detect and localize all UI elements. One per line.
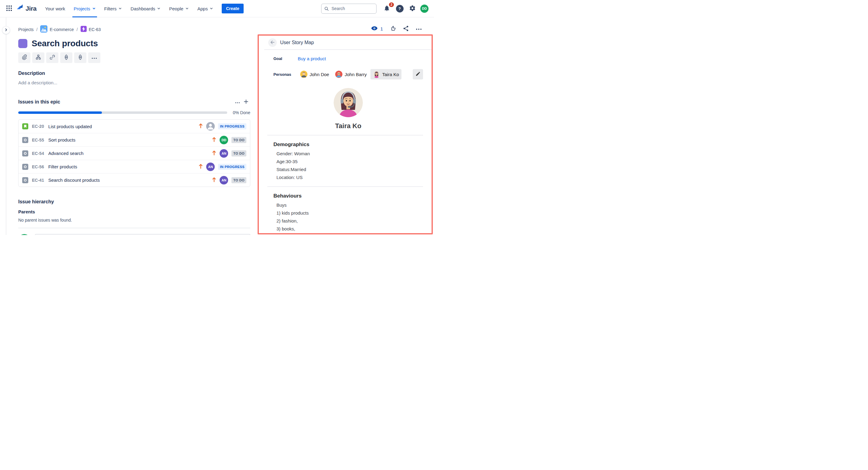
description-heading: Description — [18, 70, 250, 76]
issue-summary[interactable]: List products updated — [49, 124, 92, 129]
priority-highest-icon — [212, 177, 216, 183]
demographics-list: Gender: Woman Age:30-35 Status:Married L… — [273, 150, 423, 181]
breadcrumb-issue[interactable]: EC-63 — [81, 26, 101, 33]
breadcrumb-projects[interactable]: Projects — [18, 27, 34, 32]
breadcrumb: Projects / E-commerce / EC-63 — [18, 25, 250, 33]
nav-projects[interactable]: Projects — [72, 0, 97, 17]
arrow-left-icon — [270, 39, 275, 46]
attach-button[interactable] — [18, 52, 30, 63]
issue-key[interactable]: EC-41 — [32, 178, 44, 183]
panel-divider — [267, 135, 423, 136]
app-switcher-button[interactable] — [4, 4, 14, 13]
issue-toolbar — [18, 52, 250, 63]
progress-bar — [18, 111, 227, 114]
panel-title: User Story Map — [280, 40, 314, 46]
issue-summary[interactable]: Search discount products — [49, 177, 100, 183]
description-placeholder[interactable]: Add a description... — [18, 80, 250, 85]
personas-label: Personas — [273, 72, 298, 77]
issue-key[interactable]: EC-56 — [32, 165, 44, 169]
nav-your-work[interactable]: Your work — [44, 0, 66, 17]
expand-sidebar-button[interactable] — [2, 26, 10, 34]
issue-key[interactable]: EC-20 — [32, 124, 44, 129]
persona-avatar-older-man-icon — [335, 70, 342, 78]
issue-summary[interactable]: Advanced search — [49, 151, 84, 156]
top-navbar: Jira Your work Projects Filters Dashboar… — [0, 0, 434, 17]
notifications-button[interactable]: 2 — [382, 4, 392, 13]
user-avatar[interactable]: DD — [420, 5, 429, 13]
persona-chip-john-barry[interactable]: John Barry — [333, 69, 369, 80]
status-badge[interactable]: IN PROGRESS — [218, 164, 246, 170]
hierarchy-icon — [35, 54, 41, 61]
settings-button[interactable] — [407, 4, 417, 13]
shield-dot-icon — [77, 54, 83, 61]
search-input[interactable] — [321, 4, 376, 14]
chevron-down-icon — [157, 6, 161, 11]
behaviour-item: 1) kids products — [276, 209, 423, 217]
issue-row[interactable]: EC-55 Sort products DD TO DO — [19, 133, 250, 146]
status-badge[interactable]: TO DO — [231, 177, 246, 183]
issue-summary[interactable]: Filter products — [49, 164, 77, 169]
persona-profile: Taira Ko — [273, 88, 423, 130]
breadcrumb-issue-label: EC-63 — [89, 27, 101, 32]
nav-filters[interactable]: Filters — [103, 0, 123, 17]
add-flag-button[interactable] — [74, 52, 86, 63]
paperclip-icon — [21, 54, 27, 61]
share-icon — [403, 25, 409, 33]
nav-dashboards[interactable]: Dashboards — [129, 0, 162, 17]
issue-row[interactable]: EC-56 Filter products AN IN PROGRESS — [19, 160, 250, 173]
edit-personas-button[interactable] — [413, 69, 423, 80]
personas-row: Personas John Doe John Barry — [273, 69, 423, 80]
navbar-right: 2 ? DD — [321, 4, 429, 14]
task-icon — [22, 164, 28, 170]
issue-key[interactable]: EC-55 — [32, 138, 44, 143]
behaviours-heading: Behaviours — [273, 193, 423, 199]
link-issue-button[interactable] — [46, 52, 58, 63]
demographic-item: Age:30-35 — [276, 158, 423, 166]
assignee-avatar: AN — [206, 163, 215, 171]
persona-chip-taira-ko[interactable]: Taira Ko — [370, 69, 401, 80]
add-child-issue-button[interactable] — [32, 52, 44, 63]
nav-apps[interactable]: Apps — [196, 0, 214, 17]
watch-button[interactable]: 1 — [371, 25, 383, 33]
priority-highest-icon — [212, 137, 216, 143]
page-title[interactable]: Search products — [32, 39, 98, 49]
issue-row[interactable]: EC-20 List products updated IN PROGRESS — [19, 120, 250, 133]
like-button[interactable] — [390, 25, 396, 33]
demographic-item: Gender: Woman — [276, 150, 423, 158]
help-button[interactable]: ? — [395, 4, 404, 13]
nav-label: People — [169, 6, 183, 11]
issue-row[interactable]: EC-41 Search discount products AN TO DO — [19, 173, 250, 186]
issue-summary[interactable]: Sort products — [49, 137, 75, 143]
back-button[interactable] — [268, 38, 277, 47]
apps-grid-icon — [6, 5, 12, 12]
nav-label: Projects — [73, 6, 90, 11]
persona-chip-john-doe[interactable]: John Doe — [298, 69, 332, 80]
status-badge[interactable]: TO DO — [231, 137, 246, 143]
jira-logo-icon — [16, 4, 23, 13]
breadcrumb-project[interactable]: E-commerce — [40, 25, 73, 33]
add-issue-button[interactable] — [242, 98, 250, 106]
epic-issues-more-button[interactable] — [233, 98, 242, 106]
more-toolbar-button[interactable] — [88, 52, 100, 63]
create-button[interactable]: Create — [222, 4, 244, 13]
issue-row[interactable]: EC-54 Advanced search AN TO DO — [19, 146, 250, 160]
sidebar-divider — [6, 17, 6, 235]
share-button[interactable] — [403, 25, 409, 33]
status-badge[interactable]: TO DO — [231, 150, 246, 156]
comment-input[interactable] — [35, 234, 250, 235]
epic-progress: 0% Done — [18, 110, 250, 115]
goal-link[interactable]: Buy a product — [298, 56, 326, 61]
goal-row: Goal Buy a product — [273, 56, 423, 61]
notification-count-badge: 2 — [389, 2, 394, 7]
nav-people[interactable]: People — [168, 0, 190, 17]
more-actions-button[interactable] — [416, 27, 422, 31]
global-search — [321, 4, 376, 14]
nav-label: Dashboards — [130, 6, 155, 11]
issue-key[interactable]: EC-54 — [32, 151, 44, 156]
watch-count: 1 — [380, 26, 383, 31]
hierarchy-heading: Issue hierarchy — [18, 199, 250, 205]
status-badge[interactable]: IN PROGRESS — [218, 123, 246, 129]
help-icon: ? — [396, 5, 404, 12]
jira-logo[interactable]: Jira — [16, 4, 36, 13]
add-feature-flag-button[interactable] — [60, 52, 72, 63]
